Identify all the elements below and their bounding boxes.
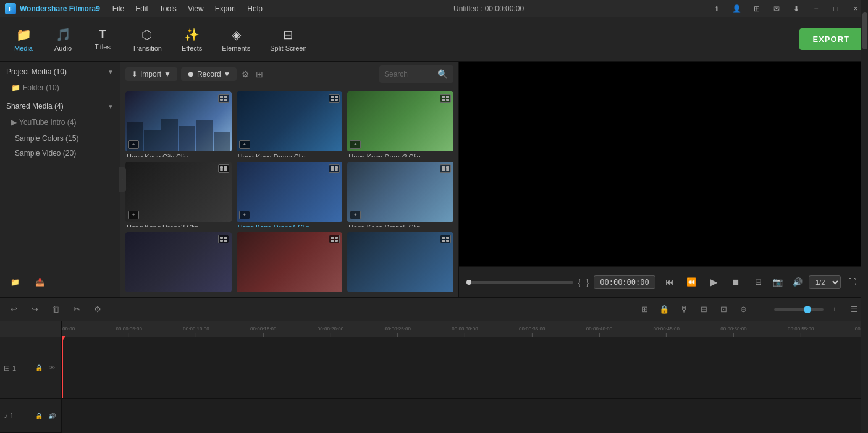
in-point-icon[interactable]: { bbox=[578, 277, 581, 287]
toolbar-splitscreen[interactable]: ⊟ Split Screen bbox=[261, 22, 315, 57]
time-mark-4: 00:00:20:00 bbox=[318, 326, 343, 337]
add-marker-icon[interactable]: ⊡ bbox=[715, 301, 732, 318]
sidebar-sample-colors-label: Sample Colors (15) bbox=[15, 134, 78, 143]
titles-icon: T bbox=[99, 28, 106, 41]
toolbar-titles-label: Titles bbox=[95, 43, 111, 51]
prev-frame-button[interactable]: ⏮ bbox=[660, 274, 678, 291]
media-item-clip1[interactable]: + Hong Kong City Clip bbox=[125, 91, 232, 157]
toolbar-media[interactable]: 📁 Media bbox=[5, 22, 42, 57]
fullscreen-output-icon[interactable]: ⊟ bbox=[749, 274, 767, 291]
sidebar-item-sample-colors[interactable]: Sample Colors (15) bbox=[0, 131, 120, 146]
export-button[interactable]: EXPORT bbox=[799, 28, 863, 50]
snap-to-track-icon[interactable]: ⊞ bbox=[636, 301, 653, 318]
toolbar-effects[interactable]: ✨ Effects bbox=[173, 22, 211, 57]
fullscreen-icon[interactable]: ⛶ bbox=[843, 274, 861, 291]
preview-playhead bbox=[466, 280, 471, 285]
audio-lock-btn[interactable]: 🔒 bbox=[33, 410, 44, 421]
preview-time-display: 00:00:00:00 bbox=[594, 275, 655, 289]
media-item-clip5[interactable]: + Hong Kong Drone4 Clip bbox=[237, 162, 343, 227]
add-overlay-icon-4: + bbox=[128, 211, 139, 219]
sidebar-header-project[interactable]: Project Media (10) ▼ bbox=[0, 63, 120, 80]
menu-file[interactable]: File bbox=[107, 3, 129, 14]
remove-icon[interactable]: ⊖ bbox=[735, 301, 752, 318]
timeline-area: ↩ ↪ 🗑 ✂ ⚙ ⊞ 🔒 🎙 ⊟ ⊡ ⊖ − + ☰ bbox=[0, 297, 868, 433]
menu-help[interactable]: Help bbox=[242, 3, 268, 14]
media-item-clip2[interactable]: + Hong Kong Drone Clip bbox=[237, 91, 343, 157]
search-icon[interactable]: 🔍 bbox=[436, 68, 449, 80]
snapshot-icon[interactable]: 📷 bbox=[769, 274, 786, 291]
track-label-audio1: ♪ 1 🔒 🔊 bbox=[0, 399, 61, 433]
play-button[interactable]: ▶ bbox=[705, 274, 722, 291]
sidebar-collapse-btn[interactable]: ‹ bbox=[119, 167, 126, 192]
mic-icon[interactable]: 🎙 bbox=[675, 301, 693, 318]
toolbar-elements[interactable]: ◈ Elements bbox=[213, 22, 259, 57]
new-folder-button[interactable]: 📁 bbox=[5, 272, 25, 292]
grid-icon-overlay-7 bbox=[218, 235, 229, 243]
sidebar-shared-label: Shared Media (4) bbox=[6, 102, 64, 111]
info-icon[interactable]: ℹ bbox=[710, 1, 725, 16]
detach-audio-icon[interactable]: ⊟ bbox=[695, 301, 712, 318]
restore-button[interactable]: □ bbox=[828, 1, 843, 16]
toolbar-transition[interactable]: ⬡ Transition bbox=[124, 22, 171, 57]
logo-icon: F bbox=[5, 3, 16, 14]
sidebar-item-sample-video[interactable]: Sample Video (20) bbox=[0, 146, 120, 161]
delete-button[interactable]: 🗑 bbox=[47, 301, 64, 318]
sidebar-item-youtube[interactable]: ▶ YouTube Intro (4) bbox=[0, 115, 120, 130]
undo-button[interactable]: ↩ bbox=[5, 301, 22, 318]
adjust-button[interactable]: ⚙ bbox=[89, 301, 106, 318]
media-item-clip6[interactable]: + Hong Kong Drone5 Clip bbox=[347, 162, 453, 227]
sidebar-item-folder[interactable]: 📁 Folder (10) bbox=[0, 80, 120, 95]
media-icon: 📁 bbox=[16, 27, 32, 42]
media-label-clip2: Hong Kong Drone Clip bbox=[237, 151, 343, 158]
record-button[interactable]: ⏺ Record ▼ bbox=[181, 67, 237, 81]
out-point-icon[interactable]: } bbox=[586, 277, 589, 287]
media-item-clip4[interactable]: + Hong Kong Drone3 Clip bbox=[125, 162, 232, 227]
grid-icon-overlay-5 bbox=[329, 164, 340, 173]
volume-icon[interactable]: 🔊 bbox=[789, 274, 806, 291]
download-icon[interactable]: ⬇ bbox=[789, 1, 804, 16]
minimize-button[interactable]: − bbox=[809, 1, 824, 16]
track-content: 00:00:00:0000:00:05:0000:00:10:0000:00:1… bbox=[62, 321, 868, 433]
rewind-button[interactable]: ⏪ bbox=[683, 274, 700, 291]
media-item-clip3[interactable]: + Hong Kong Drone2 Clip bbox=[347, 91, 453, 157]
menu-view[interactable]: View bbox=[183, 3, 209, 14]
media-thumb-clip4: + bbox=[125, 162, 232, 222]
video-eye-btn[interactable]: 👁 bbox=[46, 363, 57, 374]
window-controls: ℹ 👤 ⊞ ✉ ⬇ − □ × bbox=[710, 1, 863, 16]
mail-icon[interactable]: ✉ bbox=[769, 1, 784, 16]
media-item-clip7[interactable] bbox=[125, 232, 232, 292]
add-overlay-icon-5: + bbox=[239, 211, 250, 219]
zoom-slider[interactable] bbox=[774, 308, 824, 311]
menu-edit[interactable]: Edit bbox=[130, 3, 153, 14]
timeline-tracks: ⊟ 1 🔒 👁 ♪ 1 🔒 🔊 bbox=[0, 321, 868, 433]
zoom-in-icon[interactable]: + bbox=[826, 301, 843, 318]
toolbar-audio-label: Audio bbox=[54, 44, 72, 52]
media-item-clip9[interactable] bbox=[347, 232, 453, 292]
audio-speaker-btn[interactable]: 🔊 bbox=[46, 410, 57, 421]
toolbar-titles[interactable]: T Titles bbox=[84, 23, 121, 56]
cut-button[interactable]: ✂ bbox=[68, 301, 85, 318]
user-icon[interactable]: 👤 bbox=[730, 1, 744, 16]
video-lock-btn[interactable]: 🔒 bbox=[33, 363, 44, 374]
import-file-button[interactable]: 📥 bbox=[30, 272, 49, 292]
preview-progress-bar[interactable] bbox=[466, 281, 573, 284]
grid-view-icon[interactable]: ⊞ bbox=[255, 68, 264, 80]
menu-export[interactable]: Export bbox=[210, 3, 242, 14]
media-thumb-clip8 bbox=[237, 232, 343, 292]
stop-button[interactable]: ⏹ bbox=[727, 274, 744, 291]
transition-icon: ⬡ bbox=[141, 27, 152, 42]
search-input[interactable] bbox=[384, 70, 434, 78]
redo-button[interactable]: ↪ bbox=[26, 301, 43, 318]
filter-icon[interactable]: ⚙ bbox=[240, 68, 251, 80]
sidebar-header-shared[interactable]: Shared Media (4) ▼ bbox=[0, 98, 120, 115]
window-icon[interactable]: ⊞ bbox=[749, 1, 764, 16]
import-button[interactable]: ⬇ Import ▼ bbox=[125, 67, 177, 81]
media-item-clip8[interactable] bbox=[237, 232, 343, 292]
menu-tools[interactable]: Tools bbox=[154, 3, 182, 14]
sidebar-section-project: Project Media (10) ▼ 📁 Folder (10) bbox=[0, 62, 120, 96]
timeline-scrollbar[interactable] bbox=[861, 321, 868, 433]
zoom-out-icon[interactable]: − bbox=[754, 301, 772, 318]
lock-icon[interactable]: 🔒 bbox=[655, 301, 673, 318]
quality-select[interactable]: 1/2 Full bbox=[809, 275, 841, 289]
toolbar-audio[interactable]: 🎵 Audio bbox=[44, 22, 82, 57]
